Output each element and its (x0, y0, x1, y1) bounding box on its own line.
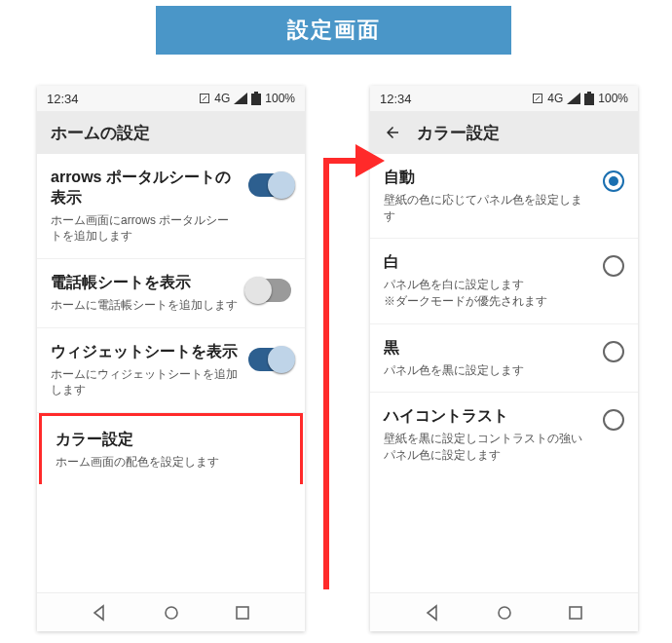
status-right: 4G 100% (199, 92, 295, 105)
nav-home-icon[interactable] (496, 604, 513, 622)
item-title: 自動 (384, 168, 593, 188)
svg-point-3 (166, 607, 177, 619)
item-title: arrows ポータルシートの表示 (51, 168, 239, 208)
nav-recent-icon[interactable] (567, 604, 584, 622)
svg-rect-7 (587, 92, 591, 94)
radio-high-contrast[interactable] (603, 409, 624, 431)
item-title: ハイコントラスト (384, 406, 593, 427)
nfc-icon (532, 93, 543, 104)
page-banner-label: 設定画面 (287, 16, 381, 45)
item-title: 黒 (384, 338, 593, 359)
svg-rect-9 (570, 607, 581, 619)
item-desc: ホームに電話帳シートを追加します (51, 297, 239, 314)
phone-right: 12:34 4G 100% カラー設定 自動 壁紙の色に応じてパネル色を設定しま… (370, 86, 638, 631)
svg-rect-6 (584, 94, 594, 105)
status-time: 12:34 (47, 92, 79, 106)
status-net: 4G (547, 92, 563, 105)
svg-rect-1 (251, 94, 261, 105)
settings-list-left: arrows ポータルシートの表示 ホーム画面にarrows ポータルシートを追… (37, 154, 305, 592)
status-battery: 100% (598, 92, 628, 105)
item-title: 白 (384, 252, 593, 273)
back-button[interactable] (384, 124, 401, 141)
item-phonebook-sheet[interactable]: 電話帳シートを表示 ホームに電話帳シートを追加します (37, 259, 305, 328)
switch-arrows-portal[interactable] (248, 173, 291, 197)
nfc-icon (199, 93, 210, 104)
app-bar-right: カラー設定 (370, 111, 638, 154)
appbar-title-left: ホームの設定 (51, 122, 150, 144)
nav-recent-icon[interactable] (234, 604, 251, 622)
item-title: カラー設定 (56, 430, 286, 450)
status-time: 12:34 (380, 92, 412, 106)
page-banner: 設定画面 (156, 6, 511, 55)
status-right: 4G 100% (532, 92, 628, 105)
radio-item-black[interactable]: 黒 パネル色を黒に設定します (370, 324, 638, 394)
radio-white[interactable] (603, 255, 624, 277)
item-desc: ホームにウィジェットシートを追加します (51, 366, 239, 399)
radio-black[interactable] (603, 341, 624, 362)
android-navbar (370, 592, 638, 631)
nav-back-icon[interactable] (91, 604, 108, 622)
svg-point-8 (499, 607, 510, 619)
item-desc: 壁紙の色に応じてパネル色を設定します (384, 192, 593, 225)
item-desc: パネル色を白に設定します※ダークモードが優先されます (384, 277, 593, 310)
radio-item-high-contrast[interactable]: ハイコントラスト 壁紙を黒に設定しコントラストの強いパネル色に設定します (370, 393, 638, 476)
battery-icon (251, 92, 261, 105)
item-title: 電話帳シートを表示 (51, 273, 239, 293)
battery-icon (584, 92, 594, 105)
nav-back-icon[interactable] (424, 604, 441, 622)
nav-home-icon[interactable] (163, 604, 180, 622)
item-title: ウィジェットシートを表示 (51, 342, 239, 362)
item-arrows-portal[interactable]: arrows ポータルシートの表示 ホーム画面にarrows ポータルシートを追… (37, 154, 305, 259)
status-net: 4G (214, 92, 230, 105)
item-desc: ホーム画面の配色を設定します (56, 454, 286, 471)
status-battery: 100% (265, 92, 295, 105)
svg-rect-4 (237, 607, 248, 619)
radio-item-white[interactable]: 白 パネル色を白に設定します※ダークモードが優先されます (370, 239, 638, 323)
settings-list-right: 自動 壁紙の色に応じてパネル色を設定します 白 パネル色を白に設定します※ダーク… (370, 154, 638, 592)
item-widget-sheet[interactable]: ウィジェットシートを表示 ホームにウィジェットシートを追加します (37, 328, 305, 413)
item-desc: ホーム画面にarrows ポータルシートを追加します (51, 212, 239, 246)
status-bar: 12:34 4G 100% (370, 86, 638, 111)
radio-item-auto[interactable]: 自動 壁紙の色に応じてパネル色を設定します (370, 154, 638, 239)
app-bar-left: ホームの設定 (37, 111, 305, 154)
switch-phonebook-sheet[interactable] (248, 279, 291, 302)
switch-widget-sheet[interactable] (248, 348, 291, 371)
signal-icon (567, 93, 580, 104)
appbar-title-right: カラー設定 (417, 122, 500, 144)
item-desc: 壁紙を黒に設定しコントラストの強いパネル色に設定します (384, 431, 593, 464)
radio-auto[interactable] (603, 170, 624, 192)
item-desc: パネル色を黒に設定します (384, 362, 593, 379)
phone-left: 12:34 4G 100% ホームの設定 arrows ポータルシートの表示 ホ… (37, 86, 305, 631)
status-bar: 12:34 4G 100% (37, 86, 305, 111)
signal-icon (234, 93, 247, 104)
item-color-settings[interactable]: カラー設定 ホーム画面の配色を設定します (39, 413, 303, 484)
svg-rect-2 (254, 92, 258, 94)
android-navbar (37, 592, 305, 631)
